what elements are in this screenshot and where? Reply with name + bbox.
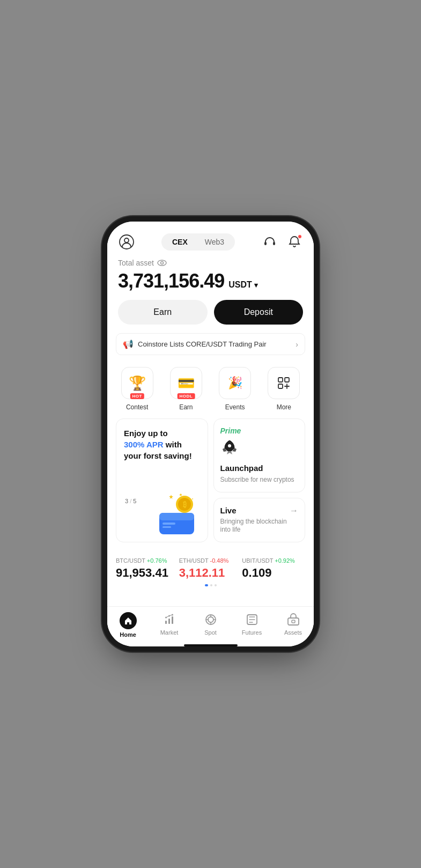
card-launchpad[interactable]: Prime Launchpad Subscribe for new crypto… xyxy=(213,418,306,492)
futures-nav-label: Futures xyxy=(242,629,262,636)
ubit-change: +0.92% xyxy=(275,557,295,564)
quick-menu: 🏆 HOT Contest 💳 HODL Earn 🎉 Events xyxy=(107,363,314,418)
svg-rect-2 xyxy=(264,242,267,245)
asset-number: 3,731,156.49 xyxy=(118,270,224,292)
apr-highlight: 300% APR xyxy=(124,440,164,449)
svg-point-5 xyxy=(160,262,163,264)
hodl-badge: HODL xyxy=(178,393,195,399)
nav-futures[interactable]: Futures xyxy=(231,612,272,636)
svg-marker-9 xyxy=(169,495,173,499)
support-icon-btn[interactable] xyxy=(261,233,278,251)
svg-rect-16 xyxy=(159,513,194,520)
svg-point-19 xyxy=(228,444,231,447)
earn-icon-box: 💳 HODL xyxy=(170,367,202,399)
btc-change: +0.76% xyxy=(147,557,167,564)
action-buttons: Earn Deposit xyxy=(107,300,314,333)
card-apr[interactable]: Enjoy up to 300% APR with your forst sav… xyxy=(116,418,208,542)
nav-market[interactable]: Market xyxy=(149,612,190,636)
prime-label: Prime xyxy=(220,426,299,435)
futures-icon xyxy=(245,612,260,627)
svg-point-0 xyxy=(120,235,134,249)
announcement-banner[interactable]: 📢 Coinstore Lists CORE/USDT Trading Pair… xyxy=(116,333,305,355)
phone-frame: CEX Web3 xyxy=(107,222,314,646)
ubit-price: 0.109 xyxy=(242,566,305,580)
earn-button[interactable]: Earn xyxy=(118,300,208,325)
svg-rect-3 xyxy=(273,242,275,245)
card-live[interactable]: Live → Bringing the blockchain into life xyxy=(213,498,306,542)
asset-currency: USDT ▾ xyxy=(228,280,258,290)
currency-dropdown-arrow[interactable]: ▾ xyxy=(254,281,258,289)
ticker-dot-1 xyxy=(210,584,212,586)
announcement-text: Coinstore Lists CORE/USDT Trading Pair xyxy=(138,340,267,348)
events-label: Events xyxy=(225,403,245,411)
menu-item-contest[interactable]: 🏆 HOT Contest xyxy=(113,367,161,411)
header: CEX Web3 xyxy=(107,229,314,256)
ticker-ubit[interactable]: UBIT/USDT +0.92% 0.109 xyxy=(242,555,305,580)
svg-rect-29 xyxy=(288,618,299,625)
svg-rect-18 xyxy=(163,526,171,528)
nav-home[interactable]: Home xyxy=(107,612,149,638)
status-bar xyxy=(107,222,314,229)
tab-web3[interactable]: Web3 xyxy=(197,236,232,248)
menu-item-more[interactable]: More xyxy=(260,367,308,411)
ticker-dot-2 xyxy=(215,584,217,586)
headset-icon xyxy=(263,235,277,249)
live-subtitle: Bringing the blockchain into life xyxy=(220,518,299,534)
bell-icon-btn[interactable] xyxy=(286,233,303,251)
svg-rect-7 xyxy=(285,378,289,382)
eye-icon[interactable] xyxy=(157,258,167,268)
ticker-row: BTC/USDT +0.76% 91,953.41 ETH/USDT -0.48… xyxy=(116,555,305,580)
announcement-arrow: › xyxy=(296,340,298,349)
svg-marker-10 xyxy=(179,493,182,496)
header-icons xyxy=(261,233,303,251)
spacer xyxy=(107,594,314,606)
card-apr-content: Enjoy up to 300% APR with your forst sav… xyxy=(124,428,200,461)
svg-text:₿: ₿ xyxy=(182,500,186,509)
svg-rect-30 xyxy=(292,620,295,623)
ticker-pagination xyxy=(116,584,305,586)
eth-price: 3,112.11 xyxy=(179,566,242,580)
card-apr-text: Enjoy up to 300% APR with your forst sav… xyxy=(124,428,200,461)
svg-rect-6 xyxy=(278,378,283,382)
svg-rect-8 xyxy=(278,384,283,388)
ticker-section: BTC/USDT +0.76% 91,953.41 ETH/USDT -0.48… xyxy=(107,550,314,594)
wallet-illustration: ₿ xyxy=(155,492,203,538)
home-indicator xyxy=(184,644,238,646)
launchpad-subtitle: Subscribe for new cryptos xyxy=(220,476,299,484)
assets-nav-label: Assets xyxy=(284,629,302,636)
tab-cex[interactable]: CEX xyxy=(165,236,195,248)
eth-change: -0.48% xyxy=(210,557,229,564)
card-page-num: 3 / 5 xyxy=(125,498,136,504)
person-icon xyxy=(119,234,134,249)
profile-icon-btn[interactable] xyxy=(118,233,135,251)
home-icon xyxy=(120,612,137,629)
live-title: Live xyxy=(220,506,237,515)
tab-switcher: CEX Web3 xyxy=(161,233,235,251)
svg-rect-21 xyxy=(168,619,170,624)
ubit-pair: UBIT/USDT xyxy=(242,557,275,564)
bottom-nav: Home Market xyxy=(107,606,314,642)
contest-icon: 🏆 xyxy=(129,375,146,392)
events-icon: 🎉 xyxy=(228,376,242,390)
hot-badge: HOT xyxy=(130,393,144,399)
contest-label: Contest xyxy=(126,403,148,411)
nav-spot[interactable]: Spot xyxy=(190,612,231,636)
ticker-btc[interactable]: BTC/USDT +0.76% 91,953.41 xyxy=(116,555,179,580)
menu-item-events[interactable]: 🎉 Events xyxy=(211,367,260,411)
svg-rect-22 xyxy=(172,616,173,624)
contest-icon-box: 🏆 HOT xyxy=(121,367,153,399)
notification-dot xyxy=(298,234,302,239)
total-asset-label: Total asset xyxy=(118,258,303,268)
more-grid-icon xyxy=(276,376,291,391)
nav-assets[interactable]: Assets xyxy=(272,612,314,636)
ticker-eth[interactable]: ETH/USDT -0.48% 3,112.11 xyxy=(179,555,242,580)
menu-item-earn[interactable]: 💳 HODL Earn xyxy=(161,367,210,411)
events-icon-box: 🎉 xyxy=(219,367,251,399)
spot-icon xyxy=(203,612,218,627)
rocket-icon xyxy=(220,438,299,460)
btc-price: 91,953.41 xyxy=(116,566,179,580)
svg-rect-17 xyxy=(163,523,175,525)
deposit-button[interactable]: Deposit xyxy=(214,300,304,325)
more-icon-box xyxy=(268,367,300,399)
launchpad-title: Launchpad xyxy=(220,464,299,473)
